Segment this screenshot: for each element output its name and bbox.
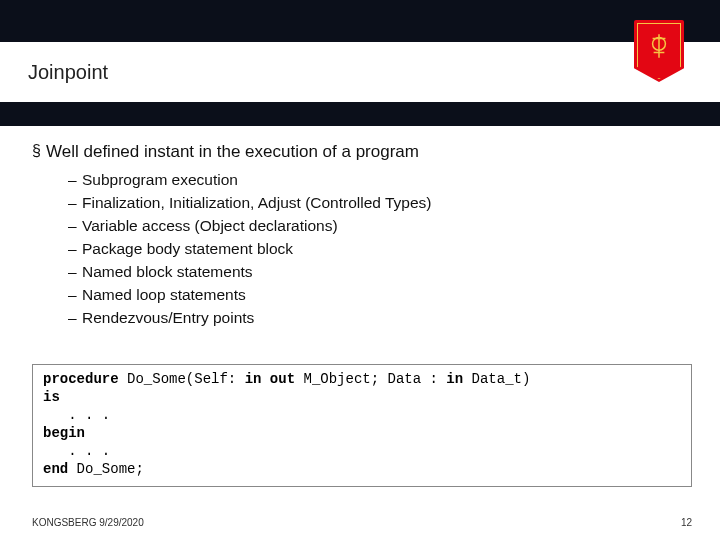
code-text: Do_Some(Self: — [119, 371, 245, 387]
code-kw: in — [446, 371, 463, 387]
footer-left: KONGSBERG 9/29/2020 — [32, 517, 144, 528]
code-box: procedure Do_Some(Self: in out M_Object;… — [32, 364, 692, 487]
title-bar: Joinpoint — [0, 42, 720, 102]
list-item: Variable access (Object declarations) — [68, 216, 688, 237]
header-top-bar — [0, 0, 720, 42]
list-item: Package body statement block — [68, 239, 688, 260]
code-text: Data_t) — [463, 371, 530, 387]
code-kw: begin — [43, 425, 85, 441]
brand-word: KONGSBERG — [626, 86, 692, 96]
sub-bullet-list: Subprogram execution Finalization, Initi… — [32, 170, 688, 328]
slide-number: 12 — [681, 517, 692, 528]
shield-icon — [634, 20, 684, 82]
code-text: . . . — [43, 443, 110, 459]
code-text: Do_Some; — [68, 461, 144, 477]
code-kw: in out — [245, 371, 295, 387]
page-title: Joinpoint — [0, 61, 108, 84]
code-kw: procedure — [43, 371, 119, 387]
slide-content: Well defined instant in the execution of… — [32, 142, 688, 330]
code-kw: end — [43, 461, 68, 477]
list-item: Rendezvous/Entry points — [68, 308, 688, 329]
crest-icon — [646, 31, 672, 61]
list-item: Finalization, Initialization, Adjust (Co… — [68, 193, 688, 214]
list-item: Named block statements — [68, 262, 688, 283]
header-under-bar — [0, 102, 720, 126]
footer: KONGSBERG 9/29/2020 12 — [32, 517, 692, 528]
code-text: . . . — [43, 407, 110, 423]
list-item: Subprogram execution — [68, 170, 688, 191]
main-bullet: Well defined instant in the execution of… — [32, 142, 688, 162]
code-text: M_Object; Data : — [295, 371, 446, 387]
brand-logo: KONGSBERG — [626, 20, 692, 96]
code-kw: is — [43, 389, 60, 405]
list-item: Named loop statements — [68, 285, 688, 306]
